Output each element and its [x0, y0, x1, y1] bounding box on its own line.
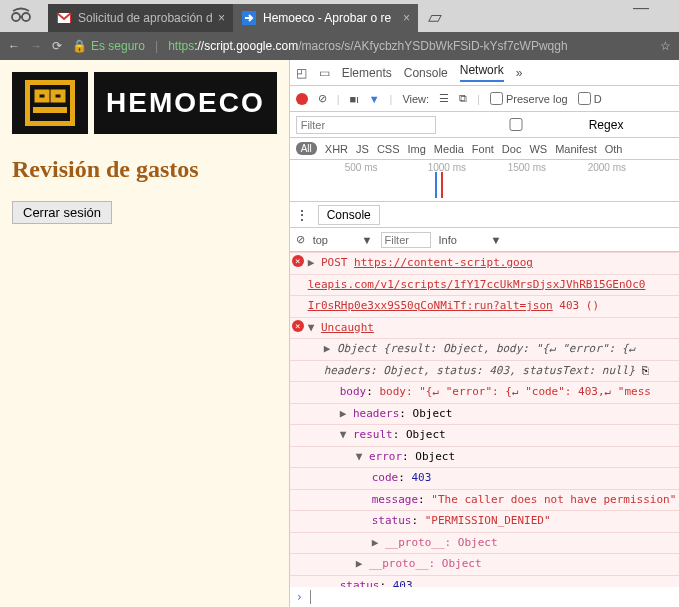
console-row[interactable]: ▶ Object {result: Object, body: "{↵ "err…: [290, 338, 679, 360]
devtools-panel: ◰ ▭ Elements Console Network » ⊗ 2 ⊘ | ■…: [289, 60, 679, 607]
svg-point-1: [22, 13, 30, 21]
console-row: message: "The caller does not have permi…: [290, 489, 679, 511]
console-row[interactable]: ▶ __proto__: Object: [290, 532, 679, 554]
close-icon[interactable]: ×: [218, 11, 225, 25]
newtab-button[interactable]: ▱: [418, 2, 452, 32]
type-img[interactable]: Img: [408, 143, 426, 155]
url-display[interactable]: https://script.google.com/macros/s/AKfyc…: [168, 39, 567, 53]
level-select[interactable]: Info ▼: [439, 234, 502, 246]
regex-checkbox[interactable]: Regex: [446, 118, 624, 132]
logo: HEMOECO: [12, 72, 277, 134]
page-content: HEMOECO Revisión de gastos Cerrar sesión: [0, 60, 289, 607]
type-media[interactable]: Media: [434, 143, 464, 155]
browser-tab[interactable]: Hemoeco - Aprobar o re ×: [233, 4, 418, 32]
svg-point-0: [12, 13, 20, 21]
tab-elements[interactable]: Elements: [342, 66, 392, 80]
address-bar: ← → ⟳ 🔒 Es seguro | https://script.googl…: [0, 32, 679, 60]
console-row: headers: Object, status: 403, statusText…: [290, 360, 679, 382]
more-tabs-icon[interactable]: »: [516, 66, 523, 80]
svg-rect-6: [53, 92, 63, 100]
minimize-button[interactable]: ―: [633, 0, 649, 17]
network-toolbar: ⊘ | ■ι ▼ | View: ☰ ⧉ | Preserve log D: [290, 86, 679, 112]
device-icon[interactable]: ▭: [319, 66, 330, 80]
record-icon[interactable]: [296, 93, 308, 105]
type-ws[interactable]: WS: [529, 143, 547, 155]
back-icon[interactable]: ←: [8, 39, 20, 53]
error-badge-icon: ×: [292, 255, 304, 267]
console-row: leapis.com/v1/scripts/1fY17ccUkMrsDjsxJV…: [290, 274, 679, 296]
console-output[interactable]: × cb=gapi.loaded_0 ▶ POST https://conten…: [290, 252, 679, 587]
console-row: code: 403: [290, 467, 679, 489]
drawer-console-tab[interactable]: Console: [318, 205, 380, 225]
console-filter-input[interactable]: [381, 232, 431, 248]
console-row: status: "PERMISSION_DENIED": [290, 510, 679, 532]
context-select[interactable]: top ▼: [313, 234, 373, 246]
preserve-log-checkbox[interactable]: Preserve log: [490, 92, 568, 105]
svg-rect-5: [37, 92, 47, 100]
dom-loaded-marker: [435, 172, 437, 198]
reload-icon[interactable]: ⟳: [52, 39, 62, 53]
arrow-icon: [241, 10, 257, 26]
type-css[interactable]: CSS: [377, 143, 400, 155]
logo-text: HEMOECO: [94, 72, 277, 134]
logo-icon: [12, 72, 88, 134]
drawer-menu-icon[interactable]: ⋮: [296, 208, 308, 222]
forward-icon: →: [30, 39, 42, 53]
camera-icon[interactable]: ■ι: [350, 93, 359, 105]
waterfall-icon[interactable]: ⧉: [459, 92, 467, 105]
console-row[interactable]: × cb=gapi.loaded_0 ▶ POST https://conten…: [290, 252, 679, 274]
logout-button[interactable]: Cerrar sesión: [12, 201, 112, 224]
network-timeline[interactable]: 500 ms 1000 ms 1500 ms 2000 ms: [290, 160, 679, 202]
tab-label: Hemoeco - Aprobar o re: [263, 11, 397, 25]
type-all[interactable]: All: [296, 142, 317, 155]
large-rows-icon[interactable]: ☰: [439, 92, 449, 105]
clear-icon[interactable]: ⊘: [318, 92, 327, 105]
type-manifest[interactable]: Manifest: [555, 143, 597, 155]
console-row: Ir0sRHp0e3xx9S50qCoNMiTf:run?alt=json 40…: [290, 295, 679, 317]
type-js[interactable]: JS: [356, 143, 369, 155]
inspect-icon[interactable]: ◰: [296, 66, 307, 80]
page-title: Revisión de gastos: [12, 156, 277, 183]
browser-tabstrip: Solicitud de aprobación d × Hemoeco - Ap…: [0, 0, 679, 32]
hide-data-checkbox[interactable]: Hide data URLs: [633, 111, 679, 139]
type-oth[interactable]: Oth: [605, 143, 623, 155]
console-prompt[interactable]: ›: [290, 587, 679, 607]
tab-console[interactable]: Console: [404, 66, 448, 80]
drawer-tabbar: ⋮ Console: [290, 202, 679, 228]
console-filter-row: ⊘ top ▼ Info ▼ 1 item hidden by f: [290, 228, 679, 252]
secure-label: Es seguro: [91, 39, 145, 53]
filter-icon[interactable]: ▼: [369, 93, 380, 105]
load-marker: [441, 172, 443, 198]
console-row[interactable]: × cb=gapi.loaded_0 ▼ Uncaught: [290, 317, 679, 339]
error-badge-icon: ×: [292, 320, 304, 332]
lock-icon: 🔒: [72, 39, 87, 53]
console-row: status: 403: [290, 575, 679, 588]
console-row[interactable]: ▶ headers: Object: [290, 403, 679, 425]
type-doc[interactable]: Doc: [502, 143, 522, 155]
security-indicator[interactable]: 🔒 Es seguro: [72, 39, 145, 53]
disable-cache-checkbox[interactable]: D: [578, 92, 602, 105]
console-row[interactable]: ▶ __proto__: Object: [290, 553, 679, 575]
type-xhr[interactable]: XHR: [325, 143, 348, 155]
console-row[interactable]: ▼ error: Object: [290, 446, 679, 468]
view-label: View:: [402, 93, 429, 105]
tab-network[interactable]: Network: [460, 63, 504, 82]
type-font[interactable]: Font: [472, 143, 494, 155]
network-type-filter: All XHR JS CSS Img Media Font Doc WS Man…: [290, 138, 679, 160]
incognito-icon: [10, 6, 32, 25]
network-filter-input[interactable]: [296, 116, 436, 134]
devtools-tabbar: ◰ ▭ Elements Console Network » ⊗ 2: [290, 60, 679, 86]
console-row: body: body: "{↵ "error": {↵ "code": 403,…: [290, 381, 679, 403]
browser-tab[interactable]: Solicitud de aprobación d ×: [48, 4, 233, 32]
clear-console-icon[interactable]: ⊘: [296, 233, 305, 246]
tab-label: Solicitud de aprobación d: [78, 11, 212, 25]
network-filter-row: Regex Hide data URLs: [290, 112, 679, 138]
close-icon[interactable]: ×: [403, 11, 410, 25]
console-row[interactable]: ▼ result: Object: [290, 424, 679, 446]
svg-rect-4: [27, 82, 73, 124]
gmail-icon: [56, 10, 72, 26]
bookmark-icon[interactable]: ☆: [660, 39, 671, 53]
copy-icon[interactable]: ⎘: [642, 364, 649, 377]
